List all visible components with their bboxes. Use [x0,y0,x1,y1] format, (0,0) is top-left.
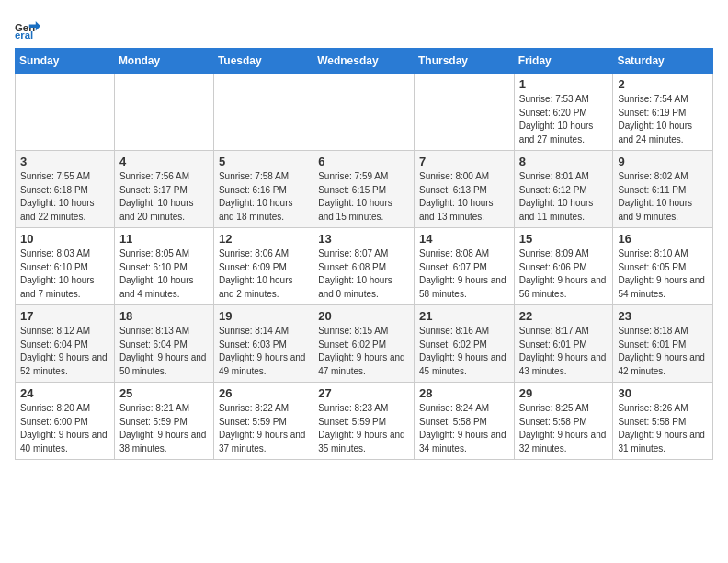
day-number: 20 [318,309,409,323]
logo: Gen eral [15,15,44,40]
day-number: 6 [318,155,409,168]
day-number: 13 [318,232,409,246]
day-number: 2 [618,77,708,91]
calendar-cell: 29Sunrise: 8:25 AM Sunset: 5:58 PM Dayli… [514,383,613,460]
calendar-cell: 14Sunrise: 8:08 AM Sunset: 6:07 PM Dayli… [414,228,514,305]
calendar-cell [16,74,115,151]
day-number: 30 [618,386,708,400]
day-number: 14 [419,232,509,246]
svg-text:eral: eral [15,29,33,40]
day-info: Sunrise: 8:03 AM Sunset: 6:10 PM Dayligh… [20,247,109,301]
day-info: Sunrise: 8:06 AM Sunset: 6:09 PM Dayligh… [219,247,308,301]
calendar-week-2: 3Sunrise: 7:55 AM Sunset: 6:18 PM Daylig… [16,151,713,228]
day-info: Sunrise: 8:26 AM Sunset: 5:58 PM Dayligh… [618,402,708,455]
day-info: Sunrise: 8:18 AM Sunset: 6:01 PM Dayligh… [618,325,708,378]
calendar-cell: 27Sunrise: 8:23 AM Sunset: 5:59 PM Dayli… [313,383,415,460]
day-info: Sunrise: 8:01 AM Sunset: 6:12 PM Dayligh… [519,170,609,224]
day-info: Sunrise: 8:13 AM Sunset: 6:04 PM Dayligh… [119,325,209,378]
day-info: Sunrise: 8:08 AM Sunset: 6:07 PM Dayligh… [419,247,509,301]
day-info: Sunrise: 8:22 AM Sunset: 5:59 PM Dayligh… [219,402,308,455]
day-number: 8 [519,155,609,168]
calendar-cell: 4Sunrise: 7:56 AM Sunset: 6:17 PM Daylig… [114,151,213,228]
day-number: 4 [119,155,209,168]
calendar-cell: 21Sunrise: 8:16 AM Sunset: 6:02 PM Dayli… [414,305,514,383]
day-number: 17 [20,309,109,323]
calendar-cell: 26Sunrise: 8:22 AM Sunset: 5:59 PM Dayli… [213,383,313,460]
day-number: 7 [419,155,509,168]
day-number: 10 [20,232,109,246]
calendar-cell: 18Sunrise: 8:13 AM Sunset: 6:04 PM Dayli… [114,305,213,383]
day-number: 1 [519,77,609,91]
day-info: Sunrise: 8:25 AM Sunset: 5:58 PM Dayligh… [519,402,609,455]
calendar-cell: 12Sunrise: 8:06 AM Sunset: 6:09 PM Dayli… [213,228,313,305]
calendar-header-row: SundayMondayTuesdayWednesdayThursdayFrid… [16,49,713,74]
calendar-cell: 22Sunrise: 8:17 AM Sunset: 6:01 PM Dayli… [514,305,613,383]
day-info: Sunrise: 8:21 AM Sunset: 5:59 PM Dayligh… [119,402,209,455]
calendar-week-3: 10Sunrise: 8:03 AM Sunset: 6:10 PM Dayli… [16,228,713,305]
calendar-cell: 13Sunrise: 8:07 AM Sunset: 6:08 PM Dayli… [313,228,415,305]
day-number: 25 [119,386,209,400]
calendar-cell: 1Sunrise: 7:53 AM Sunset: 6:20 PM Daylig… [514,74,613,151]
calendar-header-sunday: Sunday [16,49,115,74]
calendar-cell: 11Sunrise: 8:05 AM Sunset: 6:10 PM Dayli… [114,228,213,305]
day-number: 18 [119,309,209,323]
day-number: 11 [119,232,209,246]
day-number: 27 [318,386,409,400]
day-info: Sunrise: 7:54 AM Sunset: 6:19 PM Dayligh… [618,93,708,146]
day-number: 12 [219,232,308,246]
calendar-cell: 24Sunrise: 8:20 AM Sunset: 6:00 PM Dayli… [16,383,115,460]
day-info: Sunrise: 8:16 AM Sunset: 6:02 PM Dayligh… [419,325,509,378]
day-info: Sunrise: 8:24 AM Sunset: 5:58 PM Dayligh… [419,402,509,455]
day-info: Sunrise: 7:58 AM Sunset: 6:16 PM Dayligh… [219,170,308,224]
day-number: 21 [419,309,509,323]
day-info: Sunrise: 8:12 AM Sunset: 6:04 PM Dayligh… [20,325,109,378]
day-number: 5 [219,155,308,168]
calendar-cell [213,74,313,151]
calendar-cell: 6Sunrise: 7:59 AM Sunset: 6:15 PM Daylig… [313,151,415,228]
calendar-cell: 2Sunrise: 7:54 AM Sunset: 6:19 PM Daylig… [613,74,713,151]
calendar-cell: 25Sunrise: 8:21 AM Sunset: 5:59 PM Dayli… [114,383,213,460]
calendar-week-5: 24Sunrise: 8:20 AM Sunset: 6:00 PM Dayli… [16,383,713,460]
day-info: Sunrise: 8:14 AM Sunset: 6:03 PM Dayligh… [219,325,308,378]
calendar-cell [114,74,213,151]
day-info: Sunrise: 8:17 AM Sunset: 6:01 PM Dayligh… [519,325,609,378]
calendar-cell: 7Sunrise: 8:00 AM Sunset: 6:13 PM Daylig… [414,151,514,228]
calendar-cell: 28Sunrise: 8:24 AM Sunset: 5:58 PM Dayli… [414,383,514,460]
day-info: Sunrise: 7:59 AM Sunset: 6:15 PM Dayligh… [318,170,409,224]
calendar-cell [313,74,415,151]
day-number: 23 [618,309,708,323]
calendar-cell: 10Sunrise: 8:03 AM Sunset: 6:10 PM Dayli… [16,228,115,305]
day-number: 26 [219,386,308,400]
day-number: 22 [519,309,609,323]
calendar-cell: 3Sunrise: 7:55 AM Sunset: 6:18 PM Daylig… [16,151,115,228]
day-number: 16 [618,232,708,246]
calendar-cell: 9Sunrise: 8:02 AM Sunset: 6:11 PM Daylig… [613,151,713,228]
day-info: Sunrise: 8:02 AM Sunset: 6:11 PM Dayligh… [618,170,708,224]
day-info: Sunrise: 8:00 AM Sunset: 6:13 PM Dayligh… [419,170,509,224]
day-info: Sunrise: 8:20 AM Sunset: 6:00 PM Dayligh… [20,402,109,455]
page-header: Gen eral [15,15,713,40]
calendar-week-4: 17Sunrise: 8:12 AM Sunset: 6:04 PM Dayli… [16,305,713,383]
day-number: 28 [419,386,509,400]
calendar-cell [414,74,514,151]
day-number: 19 [219,309,308,323]
calendar-cell: 19Sunrise: 8:14 AM Sunset: 6:03 PM Dayli… [213,305,313,383]
calendar-cell: 15Sunrise: 8:09 AM Sunset: 6:06 PM Dayli… [514,228,613,305]
day-info: Sunrise: 7:53 AM Sunset: 6:20 PM Dayligh… [519,93,609,146]
calendar-cell: 23Sunrise: 8:18 AM Sunset: 6:01 PM Dayli… [613,305,713,383]
calendar-cell: 20Sunrise: 8:15 AM Sunset: 6:02 PM Dayli… [313,305,415,383]
day-info: Sunrise: 8:05 AM Sunset: 6:10 PM Dayligh… [119,247,209,301]
day-info: Sunrise: 8:09 AM Sunset: 6:06 PM Dayligh… [519,247,609,301]
calendar-header-tuesday: Tuesday [213,49,313,74]
calendar-header-saturday: Saturday [613,49,713,74]
calendar-table: SundayMondayTuesdayWednesdayThursdayFrid… [15,48,713,460]
calendar-header-thursday: Thursday [414,49,514,74]
day-info: Sunrise: 7:56 AM Sunset: 6:17 PM Dayligh… [119,170,209,224]
logo-icon: Gen eral [15,15,40,40]
day-info: Sunrise: 8:07 AM Sunset: 6:08 PM Dayligh… [318,247,409,301]
calendar-cell: 30Sunrise: 8:26 AM Sunset: 5:58 PM Dayli… [613,383,713,460]
calendar-header-monday: Monday [114,49,213,74]
day-info: Sunrise: 8:23 AM Sunset: 5:59 PM Dayligh… [318,402,409,455]
calendar-cell: 16Sunrise: 8:10 AM Sunset: 6:05 PM Dayli… [613,228,713,305]
calendar-cell: 17Sunrise: 8:12 AM Sunset: 6:04 PM Dayli… [16,305,115,383]
